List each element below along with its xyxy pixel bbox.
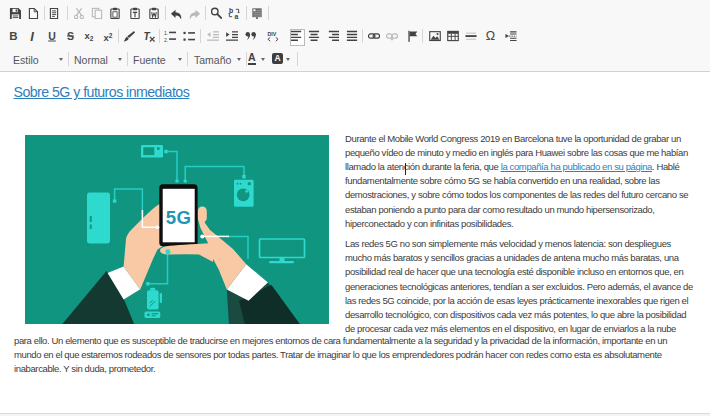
svg-text:T: T (143, 31, 150, 42)
svg-text:a: a (234, 13, 238, 19)
svg-text:1.: 1. (164, 30, 168, 36)
svg-text:DIV: DIV (267, 31, 276, 37)
svg-text:5G: 5G (166, 207, 191, 228)
svg-text:2.: 2. (164, 37, 168, 42)
